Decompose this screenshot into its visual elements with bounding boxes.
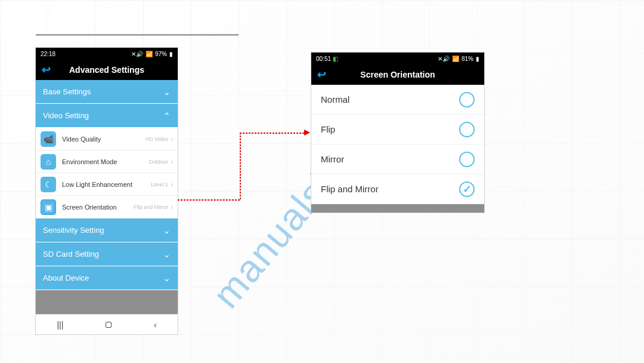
- moon-icon: ☾: [41, 177, 56, 192]
- app-bar: ↩ Screen Orientation: [311, 64, 484, 85]
- row-environment-mode[interactable]: ⌂ Environment Mode Outdoor ›: [36, 150, 178, 173]
- screen-icon: ▣: [41, 199, 56, 215]
- back-nav-icon[interactable]: ‹: [154, 320, 157, 330]
- connector-line: [240, 133, 241, 199]
- mute-icon: ✕🔊: [438, 56, 450, 62]
- row-value: HD Video: [145, 136, 168, 142]
- mute-icon: ✕🔊: [131, 51, 143, 57]
- section-label: SD Card Setting: [43, 250, 99, 259]
- row-value: Outdoor: [148, 159, 168, 165]
- status-time: 22:18: [41, 51, 55, 57]
- empty-space: [36, 290, 178, 314]
- status-bar: 22:18 ✕🔊 📶 97% ▮: [36, 48, 178, 60]
- option-normal[interactable]: Normal: [311, 85, 484, 115]
- option-flip[interactable]: Flip: [311, 115, 484, 144]
- row-value: Flip and Mirror: [134, 204, 168, 210]
- home-icon[interactable]: [106, 322, 112, 328]
- status-bar: 00:51 ◧ ✕🔊 📶 81% ▮: [311, 53, 484, 64]
- chevron-down-icon: ⌄: [163, 273, 171, 283]
- section-about[interactable]: About Device ⌄: [36, 266, 178, 290]
- wifi-icon: 📶: [452, 56, 459, 62]
- option-label: Flip: [321, 124, 335, 134]
- radio-icon[interactable]: [459, 152, 475, 167]
- battery-label: 81%: [462, 56, 473, 62]
- chevron-down-icon: ⌄: [163, 87, 171, 97]
- page-title: Advanced Settings: [36, 65, 178, 75]
- chevron-up-icon: ⌃: [163, 111, 171, 121]
- battery-icon: ▮: [476, 56, 479, 62]
- phone-advanced-settings: 22:18 ✕🔊 📶 97% ▮ ↩ Advanced Settings Bas…: [36, 48, 178, 334]
- horizontal-rule: [36, 35, 239, 35]
- battery-label: 97%: [155, 51, 167, 57]
- chevron-down-icon: ⌄: [163, 250, 171, 259]
- battery-icon: ▮: [169, 51, 173, 57]
- row-video-quality[interactable]: 📹 Video Quality HD Video ›: [36, 128, 178, 150]
- section-video-setting[interactable]: Video Setting ⌃: [36, 104, 178, 128]
- phone-screen-orientation: 00:51 ◧ ✕🔊 📶 81% ▮ ↩ Screen Orientation …: [311, 53, 484, 213]
- page-title: Screen Orientation: [311, 70, 484, 79]
- camera-icon: 📹: [41, 131, 56, 147]
- option-flip-and-mirror[interactable]: Flip and Mirror: [311, 174, 484, 204]
- row-label: Video Quality: [62, 136, 145, 143]
- chevron-right-icon: ›: [171, 158, 173, 166]
- section-label: Video Setting: [43, 111, 89, 120]
- section-base-settings[interactable]: Base Settings ⌄: [36, 80, 178, 104]
- recents-icon[interactable]: |||: [57, 320, 63, 330]
- house-icon: ⌂: [41, 154, 56, 170]
- row-label: Low Light Enhancement: [62, 181, 151, 188]
- section-sdcard[interactable]: SD Card Setting ⌄: [36, 242, 178, 266]
- row-label: Screen Orientation: [62, 204, 134, 211]
- chevron-down-icon: ⌄: [163, 226, 171, 235]
- section-label: Sensitivity Setting: [43, 226, 104, 235]
- radio-icon[interactable]: [459, 122, 475, 137]
- radio-checked-icon[interactable]: [459, 182, 475, 197]
- chevron-right-icon: ›: [171, 135, 173, 143]
- connector-line: [178, 199, 240, 201]
- back-icon[interactable]: ↩: [36, 63, 57, 76]
- wifi-icon: 📶: [145, 51, 153, 57]
- connector-line: [240, 133, 304, 134]
- section-label: About Device: [43, 273, 89, 282]
- chevron-right-icon: ›: [171, 180, 173, 189]
- chevron-right-icon: ›: [171, 203, 173, 211]
- row-label: Environment Mode: [62, 158, 148, 165]
- option-label: Normal: [321, 94, 349, 104]
- row-low-light[interactable]: ☾ Low Light Enhancement Level 1 ›: [36, 173, 178, 196]
- arrowhead-icon: [304, 130, 310, 136]
- row-screen-orientation[interactable]: ▣ Screen Orientation Flip and Mirror ›: [36, 196, 178, 219]
- status-time: 00:51: [316, 56, 331, 62]
- option-label: Flip and Mirror: [321, 184, 379, 194]
- app-bar: ↩ Advanced Settings: [36, 60, 178, 80]
- android-nav-bar: ||| ‹: [36, 314, 178, 334]
- app-icon: ◧: [333, 56, 338, 62]
- row-value: Level 1: [151, 182, 168, 187]
- option-label: Mirror: [321, 154, 344, 164]
- option-mirror[interactable]: Mirror: [311, 144, 484, 174]
- back-icon[interactable]: ↩: [311, 68, 332, 81]
- radio-icon[interactable]: [459, 92, 475, 107]
- section-sensitivity[interactable]: Sensitivity Setting ⌄: [36, 219, 178, 242]
- section-label: Base Settings: [43, 87, 91, 96]
